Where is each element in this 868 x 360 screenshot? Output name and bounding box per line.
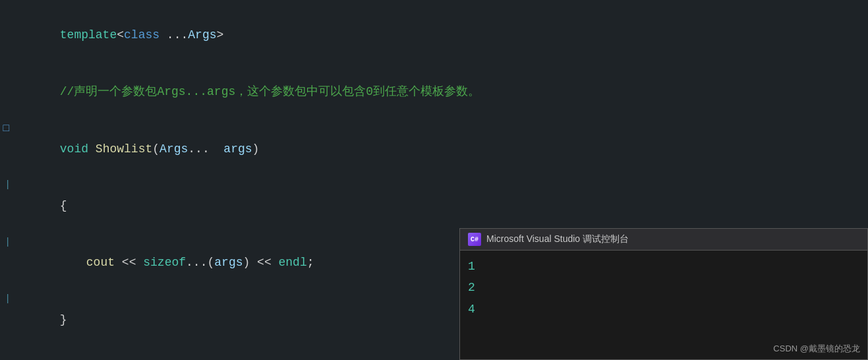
- line-content-1: template<class ...Args>: [12, 7, 868, 63]
- kw-template: template: [60, 28, 117, 42]
- fold-icon-3[interactable]: □: [3, 121, 9, 138]
- vs-icon: C#: [468, 233, 481, 246]
- code-line-2: //声明一个参数包Args...args，这个参数包中可以包含0到任意个模板参数…: [0, 63, 868, 120]
- line-content-3: void Showlist(Args... args): [12, 121, 868, 177]
- line-content-2: //声明一个参数包Args...args，这个参数包中可以包含0到任意个模板参数…: [12, 63, 868, 120]
- vs-icon-label: C#: [471, 236, 478, 243]
- gutter-3: □: [0, 121, 12, 138]
- gutter-4: |: [0, 177, 12, 192]
- console-num-2: 2: [468, 277, 475, 298]
- code-line-3: □ void Showlist(Args... args): [0, 121, 868, 177]
- console-num-3: 4: [468, 299, 475, 320]
- console-titlebar: C# Microsoft Visual Studio 调试控制台: [460, 229, 867, 251]
- line-content-4: {: [12, 177, 868, 234]
- code-line-1: template<class ...Args>: [0, 7, 868, 63]
- console-window: C# Microsoft Visual Studio 调试控制台 1 2 4: [459, 228, 868, 360]
- console-output-2: 2: [468, 277, 859, 298]
- console-title: Microsoft Visual Studio 调试控制台: [486, 233, 629, 245]
- console-output-3: 4: [468, 299, 859, 320]
- watermark-text: CSDN @戴墨镜的恐龙: [773, 344, 860, 353]
- console-output-1: 1: [468, 256, 859, 277]
- code-line-4: | {: [0, 177, 868, 234]
- gutter-6: |: [0, 291, 12, 306]
- watermark: CSDN @戴墨镜的恐龙: [773, 343, 860, 355]
- console-num-1: 1: [468, 256, 475, 277]
- gutter-5: |: [0, 235, 12, 249]
